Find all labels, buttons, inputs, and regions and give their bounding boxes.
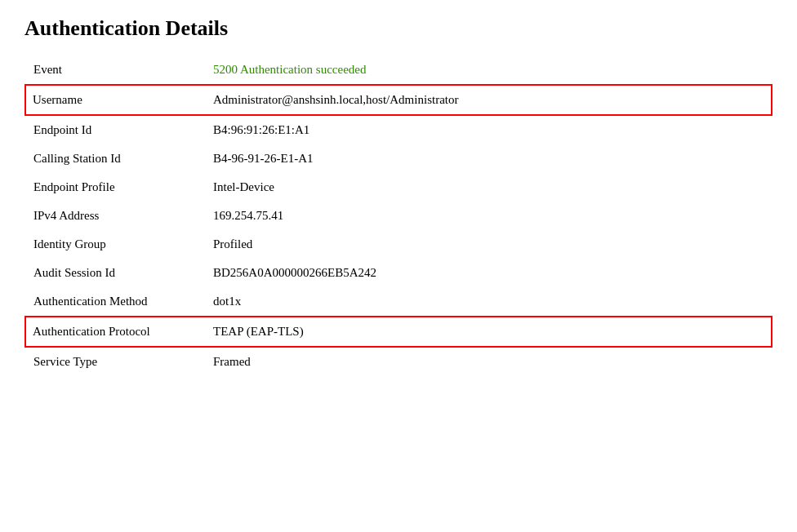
value-calling-station-id: B4-96-91-26-E1-A1 bbox=[205, 144, 772, 173]
value-auth-protocol: TEAP (EAP-TLS) bbox=[205, 317, 772, 347]
table-row-calling-station-id: Calling Station IdB4-96-91-26-E1-A1 bbox=[25, 144, 772, 173]
label-audit-session-id: Audit Session Id bbox=[25, 259, 205, 287]
table-row-auth-method: Authentication Methoddot1x bbox=[25, 287, 772, 317]
value-endpoint-profile: Intel-Device bbox=[205, 173, 772, 202]
value-ipv4-address: 169.254.75.41 bbox=[205, 202, 772, 230]
table-row-service-type: Service TypeFramed bbox=[25, 347, 772, 376]
label-auth-protocol: Authentication Protocol bbox=[25, 317, 205, 347]
label-username: Username bbox=[25, 85, 205, 115]
label-calling-station-id: Calling Station Id bbox=[25, 144, 205, 173]
table-row-audit-session-id: Audit Session IdBD256A0A000000266EB5A242 bbox=[25, 259, 772, 287]
label-service-type: Service Type bbox=[25, 347, 205, 376]
value-event: 5200 Authentication succeeded bbox=[205, 55, 772, 85]
table-row-ipv4-address: IPv4 Address169.254.75.41 bbox=[25, 202, 772, 230]
table-row-endpoint-id: Endpoint IdB4:96:91:26:E1:A1 bbox=[25, 115, 772, 144]
label-auth-method: Authentication Method bbox=[25, 287, 205, 317]
value-audit-session-id: BD256A0A000000266EB5A242 bbox=[205, 259, 772, 287]
authentication-details-table: Event5200 Authentication succeededUserna… bbox=[24, 55, 773, 376]
label-endpoint-profile: Endpoint Profile bbox=[25, 173, 205, 202]
label-event: Event bbox=[25, 55, 205, 85]
value-endpoint-id: B4:96:91:26:E1:A1 bbox=[205, 115, 772, 144]
table-row-endpoint-profile: Endpoint ProfileIntel-Device bbox=[25, 173, 772, 202]
value-auth-method: dot1x bbox=[205, 287, 772, 317]
value-service-type: Framed bbox=[205, 347, 772, 376]
label-endpoint-id: Endpoint Id bbox=[25, 115, 205, 144]
table-row-auth-protocol: Authentication ProtocolTEAP (EAP-TLS) bbox=[25, 317, 772, 347]
value-username: Administrator@anshsinh.local,host/Admini… bbox=[205, 85, 772, 115]
label-identity-group: Identity Group bbox=[25, 230, 205, 259]
table-row-identity-group: Identity GroupProfiled bbox=[25, 230, 772, 259]
table-row-username: UsernameAdministrator@anshsinh.local,hos… bbox=[25, 85, 772, 115]
label-ipv4-address: IPv4 Address bbox=[25, 202, 205, 230]
value-identity-group: Profiled bbox=[205, 230, 772, 259]
page-title: Authentication Details bbox=[24, 16, 773, 41]
table-row-event: Event5200 Authentication succeeded bbox=[25, 55, 772, 85]
